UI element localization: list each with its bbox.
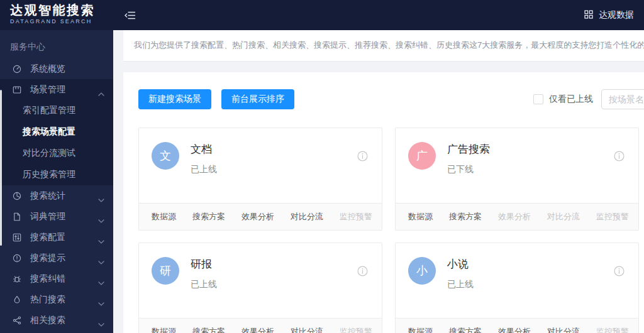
dashboard-icon [13, 65, 21, 74]
toolbar-filters: 仅看已上线 [533, 89, 644, 109]
toolbar: 新建搜索场景 前台展示排序 仅看已上线 [123, 72, 644, 109]
card-actions: 数据源 搜索方案 效果分析 对比分流 监控预警 ... [139, 203, 382, 230]
status-badge: 已上线 [191, 164, 217, 175]
more-actions[interactable]: ... [638, 212, 639, 222]
scene-card-document[interactable]: 文 文档 已上线 数据源 搜索方案 效果分析 对比分流 监控预警 [138, 128, 382, 231]
action-search-plan[interactable]: 搜索方案 [192, 326, 225, 333]
action-effect-analysis[interactable]: 效果分析 [498, 326, 531, 333]
info-icon[interactable] [614, 266, 625, 278]
sidebar: 服务中心 系统概览 场景管理 索引配置管理 搜索场景配置 对比分流测试 历史搜索… [0, 30, 113, 333]
portal-label: 达观数据 [599, 9, 634, 21]
new-scene-button[interactable]: 新建搜索场景 [138, 89, 211, 109]
scene-search-input[interactable] [601, 89, 644, 109]
card-actions: 数据源 搜索方案 效果分析 对比分流 监控预警 ... [396, 203, 638, 230]
bug-icon [13, 275, 21, 283]
sidebar-item-search-correction[interactable]: 搜索纠错 [0, 268, 113, 289]
intro-banner: 我们为您提供了搜索配置、热门搜索、相关搜索、搜索提示、推荐搜索、搜索纠错、历史搜… [123, 30, 644, 62]
sidebar-item-dictionary-management[interactable]: 词典管理 [0, 206, 113, 227]
avatar: 小 [408, 257, 436, 285]
share-icon [13, 316, 21, 325]
scene-card-ad-search[interactable]: 广 广告搜索 已下线 数据源 搜索方案 效果分析 对比分流 监控预 [395, 128, 639, 231]
sidebar-item-search-scene-config[interactable]: 搜索场景配置 [0, 121, 113, 143]
info-icon[interactable] [614, 151, 625, 163]
brand-logo: 达观智能搜索 DATAGRAND SEARCH [0, 0, 113, 30]
sidebar-item-system-overview[interactable]: 系统概览 [0, 58, 113, 79]
sidebar-item-scene-management[interactable]: 场景管理 [0, 79, 113, 100]
menu-fold-icon[interactable] [125, 11, 136, 20]
action-data-source[interactable]: 数据源 [152, 211, 176, 222]
status-badge: 已上线 [191, 279, 217, 290]
action-ab-split[interactable]: 对比分流 [291, 211, 323, 222]
scene-title[interactable]: 文档 [191, 143, 217, 156]
apps-grid-icon [584, 10, 593, 21]
sidebar-item-search-config[interactable]: 搜索配置 [0, 227, 113, 248]
sidebar-item-ab-split-test[interactable]: 对比分流测试 [0, 143, 113, 164]
chevron-up-icon [98, 88, 104, 98]
scene-card-novel[interactable]: 小 小说 已上线 数据源 搜索方案 效果分析 对比分流 监控预警 [395, 243, 639, 333]
more-actions[interactable]: ... [638, 327, 639, 333]
action-monitor-alert[interactable]: 监控预警 [596, 211, 629, 222]
action-data-source[interactable]: 数据源 [408, 326, 433, 333]
chevron-down-icon [98, 319, 104, 329]
action-effect-analysis[interactable]: 效果分析 [242, 211, 274, 222]
scene-icon [13, 85, 21, 94]
action-monitor-alert[interactable]: 监控预警 [596, 326, 629, 333]
brand-subtitle: DATAGRAND SEARCH [10, 18, 113, 25]
action-ab-split[interactable]: 对比分流 [547, 326, 580, 333]
action-monitor-alert[interactable]: 监控预警 [340, 326, 372, 333]
chevron-down-icon [98, 256, 104, 266]
sidebar-item-search-statistics[interactable]: 搜索统计 [0, 185, 113, 206]
avatar: 广 [408, 142, 436, 170]
scene-card-research-report[interactable]: 研 研报 已上线 数据源 搜索方案 效果分析 对比分流 监控预警 [138, 243, 382, 333]
card-actions: 数据源 搜索方案 效果分析 对比分流 监控预警 ... [139, 318, 382, 333]
sidebar-item-hot-search[interactable]: 热门搜索 [0, 289, 113, 310]
sidebar-item-index-config[interactable]: 索引配置管理 [0, 100, 113, 121]
action-search-plan[interactable]: 搜索方案 [449, 326, 482, 333]
sidebar-group-label: 服务中心 [0, 30, 113, 58]
action-effect-analysis[interactable]: 效果分析 [498, 211, 531, 222]
pie-chart-icon [13, 192, 21, 200]
action-monitor-alert[interactable]: 监控预警 [340, 211, 372, 222]
dictionary-icon [13, 212, 21, 221]
exclamation-icon [13, 254, 21, 263]
chevron-down-icon [98, 194, 104, 204]
intro-banner-text: 我们为您提供了搜索配置、热门搜索、相关搜索、搜索提示、推荐搜索、搜索纠错、历史搜… [134, 40, 644, 51]
action-ab-split[interactable]: 对比分流 [547, 211, 580, 222]
fire-icon [13, 295, 21, 304]
chevron-down-icon [98, 298, 104, 308]
scene-management-group: 场景管理 索引配置管理 搜索场景配置 对比分流测试 历史搜索管理 [0, 79, 113, 185]
portal-switcher[interactable]: 达观数据 [584, 9, 644, 21]
display-order-button[interactable]: 前台展示排序 [221, 89, 294, 109]
info-icon[interactable] [357, 151, 368, 163]
scene-title[interactable]: 研报 [191, 258, 217, 271]
more-actions[interactable]: ... [381, 212, 382, 222]
chevron-down-icon [98, 215, 104, 225]
info-icon[interactable] [357, 266, 368, 278]
topbar: 达观智能搜索 DATAGRAND SEARCH 达观数据 [0, 0, 644, 30]
action-data-source[interactable]: 数据源 [408, 211, 433, 222]
action-data-source[interactable]: 数据源 [152, 326, 176, 333]
only-online-label: 仅看已上线 [549, 94, 593, 105]
sliders-icon [13, 233, 21, 242]
sidebar-item-search-suggest[interactable]: 搜索提示 [0, 248, 113, 268]
chevron-down-icon [98, 277, 104, 287]
only-online-checkbox[interactable] [533, 94, 543, 104]
scene-title[interactable]: 广告搜索 [447, 143, 490, 156]
action-effect-analysis[interactable]: 效果分析 [242, 326, 274, 333]
sidebar-scrollbar[interactable] [0, 90, 2, 246]
sidebar-item-history-search-management[interactable]: 历史搜索管理 [0, 164, 113, 185]
status-badge: 已上线 [447, 279, 474, 290]
action-search-plan[interactable]: 搜索方案 [192, 211, 225, 222]
avatar: 研 [152, 257, 179, 285]
avatar: 文 [152, 142, 179, 170]
sidebar-item-related-search[interactable]: 相关搜索 [0, 310, 113, 330]
scene-title[interactable]: 小说 [447, 258, 474, 271]
action-search-plan[interactable]: 搜索方案 [449, 211, 482, 222]
main-content: 我们为您提供了搜索配置、热门搜索、相关搜索、搜索提示、推荐搜索、搜索纠错、历史搜… [113, 30, 644, 333]
card-actions: 数据源 搜索方案 效果分析 对比分流 监控预警 ... [396, 318, 638, 333]
scene-cards-grid: 文 文档 已上线 数据源 搜索方案 效果分析 对比分流 监控预警 [138, 128, 644, 333]
more-actions[interactable]: ... [381, 327, 382, 333]
action-ab-split[interactable]: 对比分流 [291, 326, 323, 333]
status-badge: 已下线 [447, 164, 490, 175]
scene-panel: 新建搜索场景 前台展示排序 仅看已上线 文 文档 已上线 [123, 72, 644, 333]
